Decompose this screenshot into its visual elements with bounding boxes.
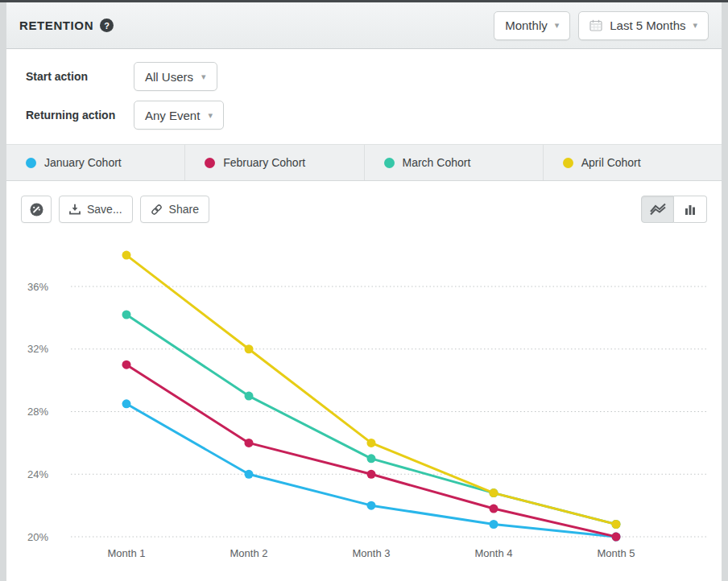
share-button[interactable]: Share — [140, 196, 209, 223]
dashboard-gauge-icon — [29, 202, 44, 217]
legend-label: April Cohort — [581, 156, 641, 169]
data-point[interactable] — [367, 501, 376, 510]
march-cohort-dot — [384, 158, 395, 168]
series-line[interactable] — [126, 315, 616, 524]
line-chart-icon — [649, 203, 667, 216]
chart-section: Save... Share — [6, 181, 722, 581]
chart-toolbar: Save... Share — [6, 196, 722, 223]
returning-action-value: Any Event — [145, 109, 200, 122]
x-axis-tick-label: Month 3 — [353, 547, 391, 559]
february-cohort-dot — [205, 158, 215, 168]
y-axis-tick-label: 32% — [27, 343, 48, 355]
help-icon[interactable]: ? — [100, 19, 114, 32]
chevron-down-icon: ▾ — [555, 21, 560, 30]
legend-item-march[interactable]: March Cohort — [365, 145, 544, 180]
chevron-down-icon: ▾ — [693, 21, 697, 30]
returning-action-dropdown[interactable]: Any Event ▾ — [134, 101, 224, 130]
data-point[interactable] — [612, 520, 621, 529]
page-title: RETENTION ? — [19, 19, 114, 32]
data-point[interactable] — [367, 454, 376, 463]
series-line[interactable] — [126, 255, 616, 524]
download-icon — [69, 204, 81, 215]
data-point[interactable] — [122, 251, 131, 260]
chevron-down-icon: ▾ — [201, 72, 206, 81]
retention-line-chart: 36%32%28%24%20%Month 1Month 2Month 3Mont… — [6, 223, 722, 579]
retention-card: RETENTION ? Monthly ▾ — [6, 2, 722, 581]
filters-panel: Start action All Users ▾ Returning actio… — [6, 49, 722, 145]
y-axis-tick-label: 24% — [27, 468, 48, 480]
data-point[interactable] — [367, 470, 376, 479]
start-action-label: Start action — [26, 70, 134, 83]
data-point[interactable] — [245, 344, 254, 353]
bar-chart-toggle-button[interactable] — [674, 196, 707, 223]
legend-label: March Cohort — [403, 156, 471, 169]
legend-item-february[interactable]: February Cohort — [185, 145, 364, 180]
legend-label: January Cohort — [44, 156, 122, 169]
y-axis-tick-label: 36% — [27, 281, 48, 293]
start-action-dropdown[interactable]: All Users ▾ — [134, 62, 217, 91]
header-controls: Monthly ▾ — [494, 11, 709, 40]
returning-action-row: Returning action Any Event ▾ — [26, 101, 722, 130]
date-range-value: Last 5 Months — [610, 19, 685, 32]
april-cohort-dot — [563, 158, 573, 168]
period-dropdown[interactable]: Monthly ▾ — [494, 11, 570, 40]
x-axis-tick-label: Month 4 — [475, 547, 513, 559]
x-axis-tick-label: Month 2 — [230, 547, 268, 559]
legend-item-april[interactable]: April Cohort — [544, 145, 722, 180]
period-dropdown-value: Monthly — [505, 19, 548, 32]
page-title-text: RETENTION — [19, 19, 93, 32]
retention-chart: 36%32%28%24%20%Month 1Month 2Month 3Mont… — [6, 223, 722, 581]
x-axis-tick-label: Month 5 — [598, 547, 635, 559]
data-point[interactable] — [245, 392, 254, 401]
y-axis-tick-label: 28% — [27, 406, 48, 418]
january-cohort-dot — [26, 158, 36, 168]
data-point[interactable] — [367, 439, 376, 447]
legend-item-january[interactable]: January Cohort — [6, 145, 185, 180]
chart-type-toggle — [641, 196, 707, 223]
line-chart-toggle-button[interactable] — [641, 196, 674, 223]
share-button-label: Share — [169, 203, 199, 216]
x-axis-tick-label: Month 1 — [108, 547, 146, 559]
data-point[interactable] — [490, 488, 498, 497]
save-button[interactable]: Save... — [59, 196, 133, 223]
returning-action-label: Returning action — [26, 109, 134, 122]
start-action-value: All Users — [145, 70, 193, 84]
bar-chart-icon — [684, 204, 697, 216]
y-axis-tick-label: 20% — [27, 531, 48, 543]
add-to-dashboard-button[interactable] — [21, 196, 52, 223]
series-line[interactable] — [126, 365, 616, 537]
data-point[interactable] — [245, 439, 254, 447]
calendar-icon — [589, 19, 602, 31]
chevron-down-icon: ▾ — [208, 111, 213, 120]
cohort-legend: January Cohort February Cohort March Coh… — [6, 145, 722, 181]
data-point[interactable] — [122, 361, 131, 369]
data-point[interactable] — [122, 310, 131, 319]
data-point[interactable] — [612, 533, 621, 542]
save-button-label: Save... — [87, 203, 122, 216]
share-link-icon — [151, 204, 163, 216]
start-action-row: Start action All Users ▾ — [26, 62, 722, 91]
date-range-dropdown[interactable]: Last 5 Months ▾ — [578, 11, 709, 40]
data-point[interactable] — [245, 470, 254, 479]
app-frame: RETENTION ? Monthly ▾ — [0, 0, 728, 581]
report-header: RETENTION ? Monthly ▾ — [6, 2, 722, 49]
data-point[interactable] — [490, 505, 498, 513]
data-point[interactable] — [122, 399, 131, 408]
legend-label: February Cohort — [223, 156, 305, 169]
data-point[interactable] — [490, 520, 498, 529]
